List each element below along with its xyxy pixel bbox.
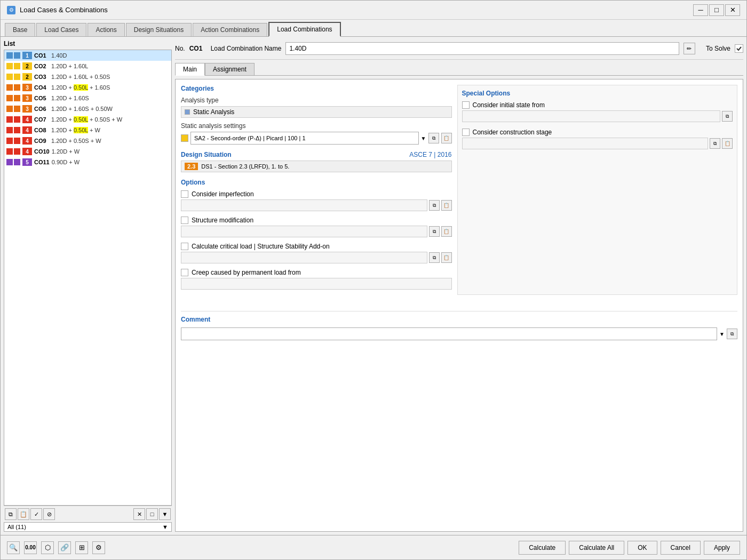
analysis-type-dot [185,109,190,115]
static-settings-select[interactable]: SA2 - Second-order (P-Δ) | Picard | 100 … [190,132,419,145]
list-delete-button[interactable]: ✕ [133,508,145,520]
special-initial-state-checkbox[interactable] [462,101,470,109]
list-paste-button[interactable]: 📋 [18,508,29,520]
right-column: Special Options Consider initial state f… [457,85,738,295]
maximize-button[interactable]: □ [709,4,724,16]
settings-icon[interactable]: ⚙ [92,541,105,554]
option-critical-load-checkbox[interactable] [181,243,188,250]
list-item[interactable]: 3 CO4 1.20D + 0.50L + 1.60S [4,82,171,93]
to-solve-checkbox[interactable] [735,44,743,53]
window-title: Load Cases & Combinations [20,6,108,14]
special-initial-state-input [462,110,721,122]
list-item[interactable]: 4 CO10 1.20D + W [4,146,171,157]
special-initial-state-label: Consider initial state from [473,101,545,109]
list-item-formula: 1.20D + 1.60L + 0.50S [51,74,110,80]
model-icon[interactable]: ⬡ [41,541,54,554]
design-situation-value: DS1 - Section 2.3 (LRFD), 1. to 5. [201,163,289,170]
option-structure-mod-checkbox[interactable] [181,217,188,224]
tab-assignment[interactable]: Assignment [205,63,255,75]
option-imperfection-row: Consider imperfection [181,190,452,198]
option-imperfection-copy1[interactable]: ⧉ [429,200,440,211]
special-construction-copy2[interactable]: 📋 [722,138,733,149]
list-item-name: CO11 [34,159,50,165]
option-critical-load-copy2[interactable]: 📋 [441,252,452,263]
option-critical-load-copy1[interactable]: ⧉ [429,252,440,263]
option-imperfection-checkbox[interactable] [181,190,188,198]
option-structure-mod-copy1[interactable]: ⧉ [429,226,440,237]
list-item-badge: 1 [22,52,32,59]
list-item-color [6,63,13,69]
inner-tab-bar: Main Assignment [175,63,743,76]
comment-copy-btn[interactable]: ⧉ [727,329,737,339]
comment-arrow-icon[interactable]: ▼ [719,331,725,337]
list-item-formula: 1.20D + W [52,148,80,155]
name-input[interactable] [285,42,679,55]
tab-load-combinations[interactable]: Load Combinations [268,22,340,37]
list-item[interactable]: 5 CO11 0.90D + W [4,157,171,167]
options-section: Options Consider imperfection [181,179,452,290]
list-item[interactable]: 2 CO3 1.20D + 1.60L + 0.50S [4,71,171,82]
list-item[interactable]: 1 CO1 1.40D [4,50,171,61]
tab-main[interactable]: Main [175,63,205,76]
comment-input[interactable] [181,327,717,340]
grid-icon[interactable]: ⊞ [75,541,88,554]
list-item-formula: 1.20D + 1.60S + 0.50W [51,106,113,112]
option-creep-checkbox[interactable] [181,269,188,276]
list-area: 1 CO1 1.40D 2 CO2 1.20D + 1.60L 2 [4,50,172,506]
option-critical-load: Calculate critical load | Structure Stab… [181,243,452,263]
list-deselect-button[interactable]: ⊘ [43,508,55,520]
list-item-badge: 3 [22,94,32,102]
name-edit-button[interactable]: ✏ [684,43,695,54]
tab-load-cases[interactable]: Load Cases [36,23,86,36]
special-construction-copy1[interactable]: ⧉ [710,138,720,149]
list-item[interactable]: 4 CO8 1.20D + 0.50L + W [4,125,171,135]
search-icon[interactable]: 🔍 [7,541,20,554]
title-bar: ⚙ Load Cases & Combinations ─ □ ✕ [1,1,746,20]
static-settings-row: SA2 - Second-order (P-Δ) | Picard | 100 … [181,132,452,145]
numeric-icon[interactable]: 0.00 [24,541,37,554]
static-settings-arrow[interactable]: ▼ [421,135,426,141]
special-initial-state-btn[interactable]: ⧉ [722,111,733,122]
special-construction-checkbox[interactable] [462,129,470,136]
tab-action-combinations[interactable]: Action Combinations [193,23,267,36]
list-view-button[interactable]: □ [146,508,158,520]
list-filter-value: All (11) [7,524,162,530]
static-settings-copy2[interactable]: 📋 [441,133,452,143]
link-icon[interactable]: 🔗 [58,541,71,554]
window-controls: ─ □ ✕ [693,4,740,16]
list-item[interactable]: 4 CO9 1.20D + 0.50S + W [4,135,171,146]
list-toolbar: ⧉ 📋 ✓ ⊘ ✕ □ ▼ [4,506,172,522]
design-situation-title: Design Situation [181,151,232,158]
list-item[interactable]: 3 CO6 1.20D + 1.60S + 0.50W [4,103,171,114]
option-imperfection-copy2[interactable]: 📋 [441,200,452,211]
calculate-all-button[interactable]: Calculate All [569,541,624,555]
main-content: List 1 CO1 1.40D 2 CO2 1.20D + 1.60L [1,37,746,535]
apply-button[interactable]: Apply [704,541,740,555]
analysis-type-box: Static Analysis [181,106,452,118]
list-item-badge: 2 [22,73,32,81]
tab-base[interactable]: Base [5,23,35,36]
tab-actions[interactable]: Actions [88,23,124,36]
list-item-formula: 0.90D + W [52,159,80,165]
static-settings-copy1[interactable]: ⧉ [428,133,439,143]
filter-arrow-icon[interactable]: ▼ [162,524,168,530]
close-button[interactable]: ✕ [725,4,740,16]
list-item[interactable]: 4 CO7 1.20D + 0.50L + 0.50S + W [4,114,171,125]
ok-button[interactable]: OK [627,541,657,555]
list-item[interactable]: 3 CO5 1.20D + 1.60S [4,93,171,103]
list-more-button[interactable]: ▼ [159,508,171,520]
list-copy-button[interactable]: ⧉ [5,508,17,520]
list-select-button[interactable]: ✓ [30,508,42,520]
option-structure-mod-copy2[interactable]: 📋 [441,226,452,237]
minimize-button[interactable]: ─ [693,4,708,16]
main-tab-content: Categories Analysis type Static Analysis… [175,79,743,532]
tab-design-situations[interactable]: Design Situations [126,23,192,36]
list-item-color2 [14,106,20,112]
list-item-badge: 2 [22,62,32,70]
list-item-color [6,159,13,165]
list-item-color [6,95,13,101]
cancel-button[interactable]: Cancel [661,541,701,555]
special-options-title: Special Options [462,90,733,97]
list-item[interactable]: 2 CO2 1.20D + 1.60L [4,61,171,71]
calculate-button[interactable]: Calculate [519,541,566,555]
